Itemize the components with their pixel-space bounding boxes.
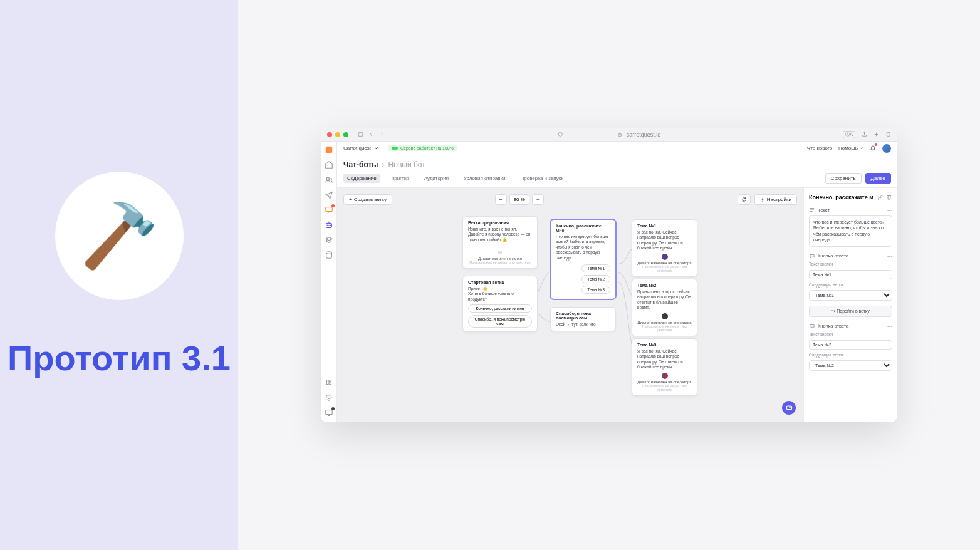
section-label: Текст [818,207,830,213]
lock-icon [617,132,623,137]
chat-fab[interactable] [782,401,796,415]
more-icon[interactable]: ••• [887,207,892,213]
plus-icon: + [349,197,352,202]
puzzle-icon[interactable] [325,378,333,387]
tab-content[interactable]: Содержание [343,174,380,183]
chat-icon[interactable] [325,205,333,214]
node-start[interactable]: Стартовая ветка Привет!👋 Хотите больше у… [462,276,538,332]
back-icon[interactable] [368,132,374,137]
svg-rect-2 [887,133,890,136]
node-interrupt[interactable]: Ветка прерывания Извините, я вас не поня… [462,216,538,269]
minimize-icon[interactable] [335,132,340,137]
gear-icon[interactable] [325,393,333,402]
close-icon[interactable] [327,132,332,137]
node-title: Ветка прерывания [468,221,532,225]
node-footer: Диалог назначен на оператора [637,380,692,384]
translate-icon[interactable]: ⓐA [843,131,855,138]
breadcrumb-root[interactable]: Чат-боты [343,160,378,169]
edit-icon[interactable] [877,194,884,200]
data-icon[interactable] [325,251,333,259]
tab-trigger[interactable]: Триггер [388,174,413,183]
panel-text-section: Текст ••• Что вас интересует больше всег… [809,207,892,247]
node-text: Извините, я вас не понял. Давайте я позо… [468,227,532,242]
svg-point-10 [328,397,330,399]
bot-icon[interactable] [325,221,333,229]
svg-rect-0 [358,133,363,137]
trash-icon[interactable] [886,194,892,200]
node-t2[interactable]: Тема №2 Принял ваш вопрос, сейчас направ… [632,279,697,336]
node-t3[interactable]: Тема №3 Я вас понял. Сейчас направлю ваш… [632,338,697,396]
send-icon[interactable] [325,190,333,199]
side-panel: Конечно, расскажите м Текст ••• Что вас … [803,188,897,422]
avatar[interactable] [882,144,891,153]
node-footer: Диалог назначен на оператора [637,321,692,324]
panel-text-body[interactable]: Что вас интересует больше всего? Выберит… [809,215,892,247]
node-tell[interactable]: Конечно, расскажите мне Что вас интересу… [550,219,616,299]
chip-t1[interactable]: Тема №1 [581,264,610,272]
shield-icon[interactable] [558,132,563,137]
svg-point-7 [327,225,328,226]
hammer-icon: 🔨 [80,199,159,272]
zoom-controls: − 80 % + [495,194,544,205]
answer-text-input-1[interactable] [809,270,892,279]
node-footer: Диалог назначен на оператора [637,261,692,265]
create-branch-button[interactable]: + Создать ветку [343,194,392,205]
home-icon[interactable] [325,160,333,169]
maximize-icon[interactable] [343,132,348,137]
answer-branch-select-1[interactable]: Тема №1 [809,290,892,301]
sidebar-toggle-icon[interactable] [358,132,363,137]
more-icon[interactable]: ••• [887,253,892,259]
reply-icon [809,253,815,259]
node-text: Я вас понял. Сейчас направлю ваш вопрос … [637,230,692,251]
zoom-in-button[interactable]: + [532,194,544,205]
panel-answer-1: Кнопка ответа ••• Текст кнопки Следующая… [809,253,892,317]
logo-icon[interactable] [325,145,333,154]
zoom-out-button[interactable]: − [495,194,507,205]
more-icon[interactable]: ••• [887,323,892,329]
tabs-icon[interactable] [885,132,891,137]
bell-icon[interactable] [870,145,876,152]
node-self[interactable]: Спасибо, я пока посмотрю сам Окей. Я тут… [550,307,616,331]
users-icon[interactable] [325,175,333,184]
zoom-value: 80 % [509,194,529,205]
chip-t2[interactable]: Тема №2 [581,275,610,283]
node-title: Тема №3 [637,343,692,347]
tab-audience[interactable]: Аудитория [420,174,452,183]
field-label: Следующая ветка [809,353,892,357]
answer-branch-select-2[interactable]: Тема №2 [809,360,892,371]
svg-rect-5 [325,207,332,212]
app-switcher[interactable]: Carrot quest [343,145,379,151]
node-option-tell[interactable]: Конечно, расскажите мне [468,304,532,313]
refresh-button[interactable] [738,194,751,205]
canvas[interactable]: + Создать ветку − 80 % + Настройки [337,188,803,422]
save-button[interactable]: Сохранить [825,173,862,184]
svg-rect-1 [618,134,622,136]
share-icon[interactable] [862,132,867,137]
tab-conditions[interactable]: Условия отправки [460,174,509,183]
section-label: Кнопка ответа [818,323,848,329]
whats-new-link[interactable]: Что нового [807,145,832,151]
tab-check[interactable]: Проверка и запуск [517,174,568,183]
browser-chrome: carrotquest.io ⓐA [321,128,897,142]
panel-answer-2: Кнопка ответа ••• Текст кнопки Следующая… [809,323,892,374]
go-branch-button-1[interactable]: ↪ Перейти в ветку [809,306,892,317]
svg-point-4 [326,177,329,180]
node-option-self[interactable]: Спасибо, я пока посмотрю сам [468,315,532,328]
answer-text-input-2[interactable] [809,340,892,350]
node-title: Тема №1 [637,224,692,228]
node-text: Я вас понял. Сейчас направлю ваш вопрос … [637,349,692,370]
breadcrumb-row: Чат-боты › Новый бот [337,155,897,169]
forward-icon[interactable] [379,132,385,137]
chip-t3[interactable]: Тема №3 [581,286,610,294]
app-topbar: Carrot quest Сервис работает на 100% Что… [337,142,897,155]
education-icon[interactable] [325,236,333,244]
breadcrumb: Чат-боты › Новый бот [343,160,891,169]
node-text: Привет!👋 Хотите больше узнать о продукте… [468,286,532,302]
settings-button[interactable]: Настройки [754,194,797,205]
new-tab-icon[interactable] [873,132,879,137]
monitor-icon[interactable] [325,408,333,417]
node-t1[interactable]: Тема №1 Я вас понял. Сейчас направлю ваш… [632,219,697,277]
help-link[interactable]: Помощь [838,145,863,151]
section-label: Кнопка ответа [818,253,848,259]
next-button[interactable]: Далее [865,173,891,184]
